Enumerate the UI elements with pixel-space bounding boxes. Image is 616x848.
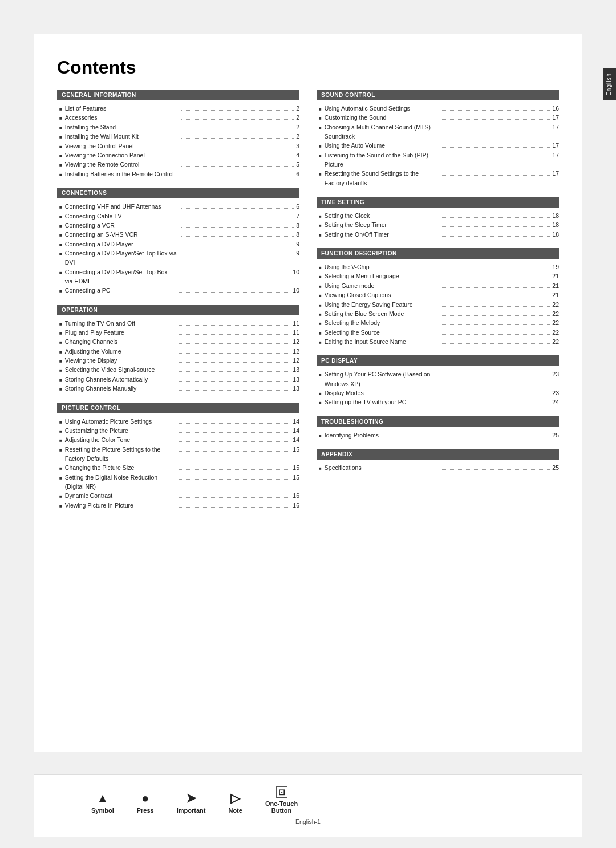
- toc-page: 19: [552, 262, 559, 271]
- toc-item: Specifications25: [319, 463, 559, 472]
- toc-item: Using Automatic Picture Settings14: [59, 417, 299, 426]
- toc-page: 9: [296, 249, 299, 258]
- toc-text: Customizing the Picture: [65, 426, 177, 435]
- toc-page: 21: [552, 271, 559, 281]
- toc-page: 15: [293, 445, 299, 454]
- page-title: Contents: [57, 57, 559, 78]
- toc-dots: [439, 129, 550, 129]
- legend-item-press: ●Press: [137, 792, 154, 814]
- toc-text: Editing the Input Source Name: [325, 337, 436, 346]
- toc-text: Accessories: [65, 113, 179, 122]
- section-header: CONNECTIONS: [57, 188, 299, 198]
- toc-item: Connecting VHF and UHF Antennas6: [59, 202, 299, 211]
- toc-item: Installing the Stand2: [59, 123, 299, 132]
- toc-dots: [179, 423, 291, 424]
- toc-item: Viewing the Display12: [59, 356, 299, 365]
- toc-text: Turning the TV On and Off: [65, 319, 177, 328]
- toc-dots: [181, 138, 294, 139]
- legend-icon: ⊡: [276, 786, 287, 798]
- toc-page: 18: [552, 220, 559, 229]
- toc-page: 12: [293, 347, 299, 356]
- toc-dots: [179, 371, 291, 372]
- toc-dots: [181, 255, 294, 255]
- toc-page: 16: [552, 104, 559, 113]
- section-header: TROUBLESHOOTING: [317, 416, 559, 427]
- toc-page: 22: [552, 328, 559, 337]
- toc-page: 4: [296, 151, 299, 160]
- toc-text: Viewing Picture-in-Picture: [65, 501, 177, 510]
- toc-dots: [179, 334, 291, 335]
- toc-text: Selecting the Melody: [325, 318, 436, 327]
- toc-page: 8: [296, 221, 299, 230]
- toc-text: Viewing the Connection Panel: [65, 151, 179, 160]
- toc-item: Connecting Cable TV7: [59, 212, 299, 221]
- toc-item: Connecting a VCR8: [59, 221, 299, 230]
- section-time-setting: TIME SETTINGSetting the Clock18Setting t…: [317, 197, 559, 239]
- toc-page: 14: [293, 426, 299, 435]
- toc-item: Identifying Problems25: [319, 431, 559, 440]
- toc-text: Specifications: [325, 463, 436, 472]
- toc-text: Changing Channels: [65, 337, 177, 346]
- toc-page: 12: [293, 356, 299, 365]
- section-header: OPERATION: [57, 305, 299, 315]
- section-general-information: GENERAL INFORMATIONList of Features2Acce…: [57, 90, 299, 178]
- section-header: FUNCTION DESCRIPTION: [317, 248, 559, 259]
- section-header: APPENDIX: [317, 449, 559, 460]
- legend-icon: ●: [141, 792, 149, 805]
- toc-item: Selecting the Source22: [319, 328, 559, 337]
- toc-page: 17: [552, 141, 559, 150]
- toc-text: Dynamic Contrast: [65, 491, 177, 500]
- toc-item: Viewing the Connection Panel4: [59, 151, 299, 160]
- toc-dots: [179, 479, 291, 480]
- toc-dots: [179, 497, 291, 498]
- toc-text: Using the Auto Volume: [325, 141, 436, 150]
- toc-item: List of Features2: [59, 104, 299, 113]
- toc-dots: [179, 469, 291, 470]
- toc-item: Using Game mode21: [319, 281, 559, 290]
- toc-text: Setting the Clock: [325, 211, 436, 220]
- toc-page: 13: [293, 365, 299, 374]
- toc-item: Installing Batteries in the Remote Contr…: [59, 169, 299, 178]
- toc-dots: [179, 292, 291, 293]
- toc-dots: [179, 381, 291, 382]
- legend-label: Important: [177, 807, 206, 814]
- section-header: PC DISPLAY: [317, 355, 559, 366]
- toc-text: Connecting a DVD Player/Set-Top Box via …: [65, 267, 177, 286]
- toc-item: Storing Channels Manually13: [59, 384, 299, 393]
- toc-page: 23: [552, 388, 559, 397]
- toc-text: Listening to the Sound of the Sub (PIP) …: [325, 151, 436, 169]
- toc-dots: [439, 404, 550, 404]
- section-pc-display: PC DISPLAYSetting Up Your PC Software (B…: [317, 355, 559, 407]
- legend-icon: ➤: [186, 792, 196, 805]
- toc-dots: [179, 274, 291, 274]
- toc-text: Using the V-Chip: [325, 262, 436, 271]
- legend-item-note: ▷Note: [228, 792, 242, 814]
- toc-dots: [439, 469, 550, 470]
- toc-dots: [179, 353, 291, 354]
- toc-text: Setting up the TV with your PC: [325, 397, 436, 407]
- toc-text: Setting the Sleep Timer: [325, 220, 436, 229]
- legend-label: Note: [228, 807, 242, 814]
- toc-dots: [181, 166, 294, 167]
- content-area: Contents GENERAL INFORMATIONList of Feat…: [34, 34, 582, 752]
- toc-page: 17: [552, 169, 559, 178]
- toc-item: Connecting a PC10: [59, 286, 299, 295]
- toc-page: 18: [552, 230, 559, 239]
- toc-item: Viewing Picture-in-Picture16: [59, 501, 299, 510]
- toc-page: 13: [293, 375, 299, 384]
- left-column: GENERAL INFORMATIONList of Features2Acce…: [57, 90, 299, 519]
- toc-dots: [439, 175, 550, 176]
- toc-item: Viewing Closed Captions21: [319, 290, 559, 299]
- toc-page: 16: [293, 491, 299, 500]
- toc-dots: [439, 157, 550, 157]
- toc-text: Selecting the Video Signal-source: [65, 365, 177, 374]
- toc-columns: GENERAL INFORMATIONList of Features2Acce…: [57, 90, 559, 519]
- legend-item-important: ➤Important: [177, 792, 206, 814]
- toc-page: 10: [293, 267, 299, 277]
- legend-row: ▲Symbol●Press➤Important▷Note⊡One-Touch B…: [57, 786, 559, 814]
- toc-item: Display Modes23: [319, 388, 559, 397]
- toc-dots: [179, 432, 291, 433]
- legend-label: Press: [137, 807, 154, 814]
- toc-page: 5: [296, 160, 299, 169]
- toc-page: 15: [293, 463, 299, 472]
